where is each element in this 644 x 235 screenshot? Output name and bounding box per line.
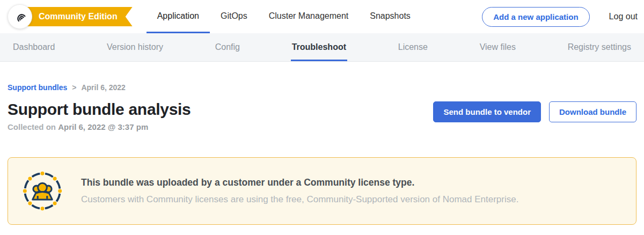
main-content: Support bundles > April 6, 2022 Support … <box>0 83 644 225</box>
top-tab-application[interactable]: Application <box>147 0 210 33</box>
top-tab-cluster-management[interactable]: Cluster Management <box>258 0 360 33</box>
replicated-logo-icon <box>13 9 27 25</box>
alert-text-block: This bundle was uploaded by a customer u… <box>81 177 518 205</box>
subnav-registry-settings[interactable]: Registry settings <box>567 33 632 61</box>
breadcrumb-separator: > <box>72 83 76 92</box>
collected-timestamp: Collected on April 6, 2022 @ 3:37 pm <box>8 122 191 131</box>
send-bundle-to-vendor-button[interactable]: Send bundle to vendor <box>433 101 541 122</box>
brand-logo: Community Edition <box>8 4 133 29</box>
collected-datetime: April 6, 2022 @ 3:37 pm <box>58 122 148 131</box>
page-title: Support bundle analysis <box>8 100 191 119</box>
page-title-block: Support bundle analysis Collected on Apr… <box>8 100 191 131</box>
replicated-logo[interactable] <box>8 4 32 29</box>
top-header: Community Edition Application GitOps Clu… <box>0 0 644 33</box>
subnav-license[interactable]: License <box>397 33 429 61</box>
subnav-version-history[interactable]: Version history <box>106 33 164 61</box>
bundle-actions: Send bundle to vendor Download bundle <box>433 101 636 122</box>
subnav-troubleshoot[interactable]: Troubleshoot <box>291 33 347 61</box>
breadcrumb: Support bundles > April 6, 2022 <box>8 83 636 92</box>
subnav-config[interactable]: Config <box>214 33 241 61</box>
app-subnav: Dashboard Version history Config Trouble… <box>0 33 644 62</box>
top-tab-gitops[interactable]: GitOps <box>210 0 258 33</box>
collected-prefix: Collected on <box>8 122 56 131</box>
alert-description: Customers with Community licenses are us… <box>81 194 518 205</box>
community-license-alert: This bundle was uploaded by a customer u… <box>8 157 636 225</box>
community-group-icon <box>22 171 63 211</box>
add-application-button[interactable]: Add a new application <box>482 7 589 27</box>
top-tab-snapshots[interactable]: Snapshots <box>359 0 421 33</box>
page-head: Support bundle analysis Collected on Apr… <box>8 100 636 131</box>
subnav-view-files[interactable]: View files <box>479 33 517 61</box>
logout-link[interactable]: Log out <box>609 12 638 21</box>
breadcrumb-current: April 6, 2022 <box>81 83 126 92</box>
header-right: Add a new application Log out <box>482 7 638 27</box>
top-nav: Application GitOps Cluster Management Sn… <box>147 0 421 33</box>
subnav-dashboard[interactable]: Dashboard <box>12 33 56 61</box>
alert-title: This bundle was uploaded by a customer u… <box>81 177 518 188</box>
breadcrumb-support-bundles-link[interactable]: Support bundles <box>8 83 67 92</box>
download-bundle-button[interactable]: Download bundle <box>549 101 636 122</box>
community-edition-badge: Community Edition <box>26 7 133 26</box>
